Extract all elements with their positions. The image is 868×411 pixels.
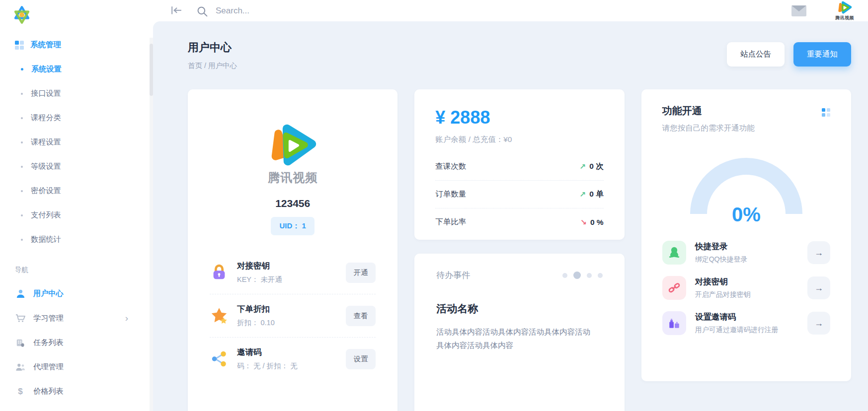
todo-card-title: 待办事件 (436, 270, 470, 281)
sidebar-item-course-category[interactable]: 课程分类 (15, 113, 153, 123)
progress-percentage: 0% (689, 204, 803, 226)
features-card-subtitle: 请您按自己的需求开通功能 (662, 123, 830, 134)
feature-subtitle: 用户可通过邀请码进行注册 (695, 326, 779, 335)
tencent-video-logo[interactable]: 腾讯视频 (835, 0, 854, 21)
todo-card: 待办事件 活动名称 活动具体内容活动具体内容活动具体内容活动具体内容活动具体内容 (414, 254, 624, 411)
event-body: 活动具体内容活动具体内容活动具体内容活动具体内容活动具体内容 (436, 326, 596, 352)
sidebar-item-label: 课程分类 (31, 113, 61, 123)
carousel-dot[interactable] (587, 273, 592, 278)
profile-card: 腾讯视频 123456 UID： 1 (188, 89, 397, 411)
content-panel: 用户中心 首页 / 用户中心 站点公告 重要通知 (153, 21, 868, 411)
sidebar-item-label: 价格列表 (33, 386, 64, 397)
star-icon (210, 306, 229, 325)
gift-icon (662, 311, 686, 335)
open-key-button[interactable]: 开通 (346, 263, 376, 283)
feature-title: 对接密钥 (695, 276, 751, 287)
qq-penguin-icon (662, 241, 686, 265)
sidebar-section-label: 导航 (15, 266, 153, 274)
sidebar-item-secret-price-settings[interactable]: 密价设置 (15, 186, 153, 196)
topbar: 腾讯视频 (153, 0, 868, 21)
sidebar-item-label: 支付列表 (31, 210, 61, 220)
sidebar-item-price-list[interactable]: $ 价格列表 (15, 386, 128, 397)
important-notice-button[interactable]: 重要通知 (793, 42, 851, 67)
sidebar-group-label: 系统管理 (30, 40, 61, 50)
profile-item-subtitle: KEY： 未开通 (237, 275, 282, 284)
sidebar-item-agent-management[interactable]: 代理管理 (15, 362, 128, 372)
feature-title: 快捷登录 (695, 241, 748, 252)
bullet-icon (21, 239, 23, 241)
sidebar-item-label: 课程设置 (31, 137, 61, 147)
carousel-dot[interactable] (598, 273, 603, 278)
stat-label: 下单比率 (435, 217, 466, 227)
trend-up-icon: ↗ (579, 190, 586, 199)
sidebar-scrollbar-thumb[interactable] (150, 44, 153, 96)
sidebar-scrollbar-track (150, 38, 153, 411)
carousel-dot[interactable] (562, 273, 567, 278)
chain-link-icon (662, 276, 686, 300)
progress-gauge: 0% (689, 156, 803, 222)
profile-item-title: 对接密钥 (237, 261, 282, 272)
profile-item-invite-code: 邀请码 码： 无 / 折扣： 无 设置 (210, 337, 376, 380)
sidebar-item-learning-management[interactable]: 学习管理 › (15, 313, 128, 324)
sidebar-item-level-settings[interactable]: 等级设置 (15, 161, 153, 172)
profile-item-order-discount: 下单折扣 折扣： 0.10 查看 (210, 294, 376, 337)
sidebar-menu: 系统管理 系统设置 接口设置 课程分类 课程设置 等级设置 (0, 26, 153, 397)
sidebar-item-label: 密价设置 (31, 186, 61, 196)
search-input[interactable] (216, 6, 375, 16)
balance-card: ¥ 2888 账户余额 / 总充值：¥0 查课次数 ↗ 0 次 (414, 89, 624, 240)
search-icon (197, 6, 208, 16)
view-discount-button[interactable]: 查看 (346, 306, 376, 326)
stat-label: 查课次数 (435, 161, 466, 172)
sidebar-item-label: 任务列表 (33, 338, 64, 348)
bullet-icon (21, 117, 23, 119)
stat-value: 0 % (590, 218, 604, 227)
sidebar-item-label: 代理管理 (33, 362, 64, 372)
sidebar-item-system-settings[interactable]: 系统设置 (15, 64, 153, 74)
invite-code-arrow-button[interactable]: → (807, 312, 830, 335)
cart-icon (15, 313, 26, 323)
sidebar-item-task-list[interactable]: 任务列表 (15, 338, 128, 348)
feature-subtitle: 绑定QQ快捷登录 (695, 255, 748, 264)
bullet-icon (21, 166, 23, 168)
feature-item-invite-code: 设置邀请码 用户可通过邀请码进行注册 → (662, 311, 830, 335)
page-title: 用户中心 (188, 40, 237, 55)
bullet-icon (21, 214, 23, 216)
task-list-icon (15, 338, 26, 348)
carousel-dot-active[interactable] (573, 272, 581, 279)
sidebar: 系统管理 系统设置 接口设置 课程分类 课程设置 等级设置 (0, 0, 153, 411)
feature-item-api-key: 对接密钥 开启产品对接密钥 → (662, 276, 830, 300)
sidebar-item-api-settings[interactable]: 接口设置 (15, 88, 153, 99)
api-key-arrow-button[interactable]: → (807, 276, 830, 299)
bullet-icon (21, 141, 23, 143)
sidebar-item-user-center[interactable]: 用户中心 (15, 288, 128, 299)
sidebar-group-system-management[interactable]: 系统管理 (15, 40, 153, 50)
bullet-icon (21, 190, 23, 192)
feature-title: 设置邀请码 (695, 312, 779, 323)
bullet-icon (21, 93, 23, 95)
chevron-right-icon: › (125, 313, 128, 324)
stat-value: 0 次 (589, 161, 603, 172)
quick-login-arrow-button[interactable]: → (807, 241, 830, 264)
profile-item-subtitle: 折扣： 0.10 (237, 318, 275, 328)
sidebar-item-label: 等级设置 (31, 161, 61, 172)
sidebar-item-label: 用户中心 (33, 288, 64, 299)
stat-row-order-count: 订单数量 ↗ 0 单 (435, 180, 603, 208)
sidebar-item-label: 系统设置 (31, 64, 62, 74)
site-announcement-button[interactable]: 站点公告 (727, 42, 785, 67)
user-icon (15, 289, 26, 299)
profile-item-title: 邀请码 (237, 347, 298, 358)
balance-caption: 账户余额 / 总充值：¥0 (435, 135, 603, 145)
stat-label: 订单数量 (435, 189, 466, 200)
sidebar-item-payment-list[interactable]: 支付列表 (15, 210, 153, 220)
grid-icon[interactable] (822, 108, 830, 117)
stat-value: 0 单 (589, 189, 603, 200)
mail-icon[interactable] (791, 5, 806, 16)
profile-item-subtitle: 码： 无 / 折扣： 无 (237, 361, 298, 371)
profile-avatar-tencent-video-logo: 腾讯视频 (210, 120, 376, 186)
sidebar-item-course-settings[interactable]: 课程设置 (15, 137, 153, 147)
sidebar-item-label: 接口设置 (31, 88, 61, 99)
collapse-sidebar-icon[interactable] (171, 6, 182, 16)
sidebar-item-data-statistics[interactable]: 数据统计 (15, 234, 153, 245)
app-window: 系统管理 系统设置 接口设置 课程分类 课程设置 等级设置 (0, 0, 868, 411)
set-invite-code-button[interactable]: 设置 (346, 349, 376, 369)
